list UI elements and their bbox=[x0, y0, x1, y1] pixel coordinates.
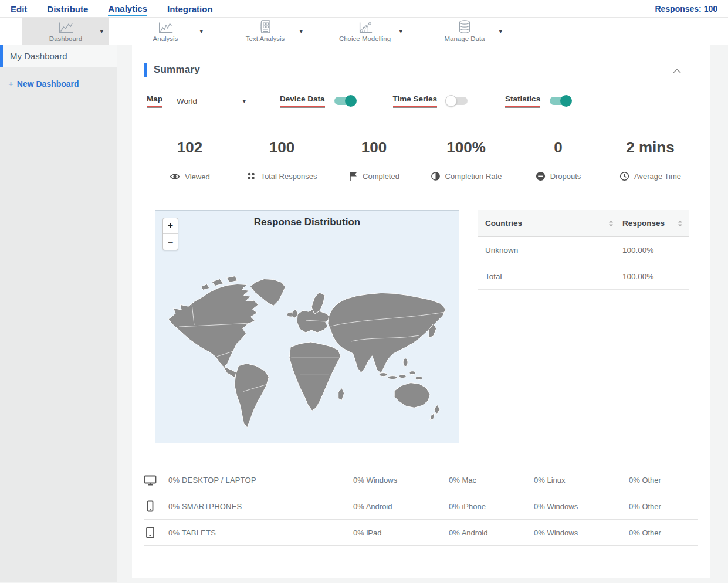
device-cell: 0% SMARTPHONES bbox=[168, 502, 353, 511]
chevron-down-icon[interactable]: ▾ bbox=[299, 29, 303, 33]
tablet-icon bbox=[144, 527, 168, 538]
os-cell: 0% Windows bbox=[353, 476, 449, 484]
stat-completed: 100 Completed bbox=[328, 138, 420, 182]
smartphone-icon bbox=[144, 500, 168, 512]
minus-circle-icon bbox=[536, 171, 546, 181]
nav-integration[interactable]: Integration bbox=[167, 2, 213, 15]
countries-header-label: Countries bbox=[485, 219, 522, 228]
stat-value: 102 bbox=[163, 138, 217, 164]
plus-icon: + bbox=[8, 79, 13, 89]
nav-analytics[interactable]: Analytics bbox=[108, 1, 147, 16]
summary-controls: Map World ▾ Device Data Time Series Stat… bbox=[147, 94, 699, 107]
time-series-toggle[interactable] bbox=[446, 97, 468, 105]
map-title: Response Distribution bbox=[155, 216, 459, 228]
stat-value: 2 mins bbox=[624, 138, 678, 164]
device-data-label[interactable]: Device Data bbox=[280, 94, 325, 107]
device-data-table: 0% DESKTOP / LAPTOP 0% Windows 0% Mac 0%… bbox=[144, 467, 698, 546]
os-cell: 0% Android bbox=[353, 502, 449, 511]
nav-distribute[interactable]: Distribute bbox=[47, 2, 88, 15]
statistics-label[interactable]: Statistics bbox=[505, 94, 540, 107]
nav-edit[interactable]: Edit bbox=[11, 2, 27, 15]
chevron-down-icon[interactable]: ▾ bbox=[399, 29, 402, 33]
country-cell: Unknown bbox=[485, 246, 622, 255]
table-row: 0% TABLETS 0% iPad 0% Android 0% Windows… bbox=[144, 520, 698, 546]
summary-card: Summary Map World ▾ Device Data Time Ser… bbox=[132, 45, 710, 578]
device-data-toggle[interactable] bbox=[334, 97, 355, 105]
table-row: Unknown 100.00% bbox=[478, 237, 689, 263]
eye-icon bbox=[170, 171, 180, 182]
stat-label: Dropouts bbox=[550, 172, 581, 181]
stat-value: 100% bbox=[439, 138, 493, 164]
stat-label: Viewed bbox=[185, 172, 209, 181]
chevron-down-icon[interactable]: ▾ bbox=[199, 29, 203, 33]
table-row: Total 100.00% bbox=[478, 263, 689, 290]
map-region-select[interactable]: World ▾ bbox=[177, 97, 246, 106]
stat-label: Completed bbox=[363, 172, 399, 181]
map-label[interactable]: Map bbox=[147, 94, 162, 107]
os-cell: 0% Mac bbox=[449, 476, 534, 484]
stat-viewed: 102 Viewed bbox=[144, 138, 236, 182]
flag-icon bbox=[348, 171, 358, 181]
stat-dropouts: 0 Dropouts bbox=[512, 138, 604, 182]
sidebar-item-my-dashboard[interactable]: My Dashboard bbox=[0, 45, 117, 67]
os-cell: 0% Linux bbox=[534, 476, 629, 484]
dashboard-sidebar: My Dashboard +New Dashboard bbox=[0, 45, 117, 582]
toolbar-label: Manage Data bbox=[444, 35, 485, 42]
toolbar-text-analysis[interactable]: Text Analysis ▾ bbox=[222, 18, 309, 45]
os-cell: 0% iPad bbox=[353, 528, 449, 537]
scatter-line-icon bbox=[357, 21, 373, 35]
chevron-down-icon[interactable]: ▾ bbox=[499, 29, 502, 33]
main-area: Summary Map World ▾ Device Data Time Ser… bbox=[117, 45, 728, 582]
countries-table: Countries Responses Unknown 100.00% T bbox=[478, 210, 689, 443]
table-row: 0% DESKTOP / LAPTOP 0% Windows 0% Mac 0%… bbox=[144, 467, 698, 493]
map-region-value: World bbox=[177, 97, 197, 106]
analytics-toolbar: Dashboard ▾ Analysis ▾ Text Analysis ▾ C… bbox=[0, 18, 728, 45]
response-distribution-map[interactable]: Response Distribution + − bbox=[155, 210, 459, 443]
line-chart-icon bbox=[57, 21, 75, 35]
os-cell: 0% Other bbox=[629, 502, 698, 511]
os-cell: 0% Android bbox=[449, 528, 534, 537]
os-cell: 0% Other bbox=[629, 528, 698, 537]
world-map[interactable] bbox=[155, 227, 459, 443]
toolbar-label: Analysis bbox=[153, 35, 178, 42]
os-cell: 0% Windows bbox=[534, 502, 629, 511]
statistics-toggle[interactable] bbox=[550, 97, 571, 105]
country-cell: Total bbox=[485, 272, 622, 281]
stat-total-responses: 100 Total Responses bbox=[236, 138, 328, 182]
toolbar-analysis[interactable]: Analysis ▾ bbox=[122, 18, 209, 45]
new-dashboard-button[interactable]: +New Dashboard bbox=[8, 79, 117, 89]
toggle-knob bbox=[345, 95, 357, 107]
toolbar-label: Dashboard bbox=[49, 35, 82, 42]
stat-label: Average Time bbox=[634, 172, 681, 181]
responses-count: Responses: 100 bbox=[655, 4, 717, 13]
device-cell: 0% TABLETS bbox=[168, 528, 353, 537]
desktop-icon bbox=[144, 474, 168, 486]
table-row: 0% SMARTPHONES 0% Android 0% iPhone 0% W… bbox=[144, 493, 698, 520]
responses-cell: 100.00% bbox=[622, 246, 682, 255]
toolbar-choice-modelling[interactable]: Choice Modelling ▾ bbox=[321, 18, 408, 45]
time-series-label[interactable]: Time Series bbox=[393, 94, 438, 107]
dots-grid-icon bbox=[246, 171, 256, 181]
database-icon bbox=[457, 21, 472, 35]
stat-value: 100 bbox=[255, 138, 309, 164]
sort-icon[interactable] bbox=[609, 220, 613, 227]
chevron-down-icon[interactable]: ▾ bbox=[100, 29, 103, 33]
os-cell: 0% Windows bbox=[534, 528, 629, 537]
stat-label: Total Responses bbox=[260, 172, 317, 181]
line-chart-icon bbox=[157, 21, 174, 35]
top-nav: Edit Distribute Analytics Integration Re… bbox=[0, 0, 728, 18]
toggle-knob bbox=[560, 95, 572, 107]
os-cell: 0% Other bbox=[629, 476, 698, 484]
sort-icon[interactable] bbox=[678, 220, 682, 227]
toolbar-manage-data[interactable]: Manage Data ▾ bbox=[421, 18, 508, 45]
toggle-knob bbox=[445, 95, 457, 107]
responses-header-label: Responses bbox=[622, 219, 665, 228]
stat-value: 100 bbox=[347, 138, 401, 164]
toolbar-dashboard[interactable]: Dashboard ▾ bbox=[22, 18, 109, 45]
chevron-down-icon: ▾ bbox=[242, 97, 246, 105]
stat-completion-rate: 100% Completion Rate bbox=[420, 138, 512, 182]
stat-label: Completion Rate bbox=[445, 172, 502, 181]
stats-row: 102 Viewed 100 Total Responses 100 bbox=[144, 138, 699, 182]
responses-cell: 100.00% bbox=[622, 272, 682, 281]
collapse-chevron-icon[interactable] bbox=[673, 69, 681, 73]
